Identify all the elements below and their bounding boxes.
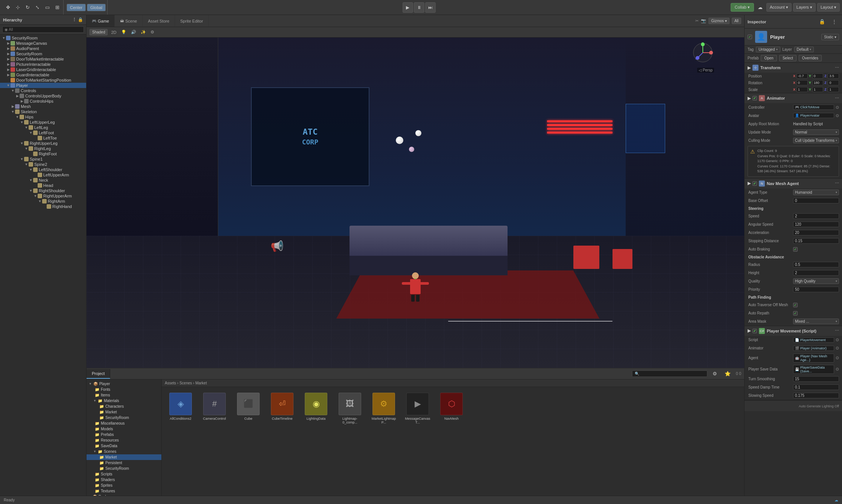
project-tree-item-scenes[interactable]: ▼📁Scenes bbox=[87, 449, 161, 454]
hierarchy-item-pictureinteractable[interactable]: ▶PictureInteractable bbox=[0, 62, 86, 67]
controller-target-icon[interactable]: ⊙ bbox=[836, 105, 839, 110]
prefab-open-btn[interactable]: Open bbox=[761, 55, 777, 61]
hierarchy-item-audioparent[interactable]: ▶AudioParent bbox=[0, 46, 86, 51]
play-btn[interactable]: ▶ bbox=[403, 2, 413, 13]
hierarchy-item-leftleg[interactable]: ▼LeftLeg bbox=[0, 125, 86, 130]
project-tree-item-persistent[interactable]: 📁Persistent bbox=[87, 460, 161, 466]
hierarchy-item-righthand[interactable]: RightHand bbox=[0, 204, 86, 209]
auto-braking-checkbox[interactable]: ✓ bbox=[793, 247, 798, 252]
hierarchy-item-lefttoe[interactable]: LeftToe bbox=[0, 135, 86, 141]
scale-x-input[interactable] bbox=[796, 87, 808, 92]
nav-agent-settings[interactable]: ⋯ bbox=[835, 181, 839, 186]
tab-project[interactable]: Project bbox=[87, 369, 110, 379]
project-tree-item-sprites[interactable]: 📁Sprites bbox=[87, 483, 161, 488]
hierarchy-item-skeleton[interactable]: ▼Skeleton bbox=[0, 109, 86, 114]
hierarchy-item-spine1[interactable]: ▼Spine1 bbox=[0, 156, 86, 162]
tag-dropdown[interactable]: Untagged▾ bbox=[756, 47, 780, 52]
project-search-input[interactable] bbox=[632, 370, 707, 377]
scene-gizmo[interactable]: X Y Z bbox=[692, 41, 714, 64]
static-dropdown[interactable]: Static ▾ bbox=[821, 34, 839, 40]
hierarchy-item-rightleg[interactable]: ▼RightLeg bbox=[0, 146, 86, 151]
hierarchy-item-securityroom[interactable]: ▼SecurityRoom bbox=[0, 35, 86, 41]
auto-traverse-checkbox[interactable]: ✓ bbox=[793, 303, 798, 307]
asset-item-lightingdata[interactable]: ◉LightingData bbox=[301, 391, 331, 492]
quality-dropdown[interactable]: High Quality▾ bbox=[793, 278, 839, 284]
layout-dropdown[interactable]: Layout ▾ bbox=[817, 3, 840, 12]
agent-ref[interactable]: 🤖 Player (Nav Mesh Age...) bbox=[793, 354, 834, 363]
hierarchy-item-doortomarketstartingposition[interactable]: DoorToMarketStartingPosition bbox=[0, 77, 86, 83]
scale-y-input[interactable] bbox=[812, 87, 824, 92]
project-tree-item-securityroom[interactable]: 📁SecurityRoom bbox=[87, 466, 161, 471]
layers-dropdown[interactable]: Layers ▾ bbox=[793, 3, 816, 12]
animator-ref[interactable]: 🎬 Player (Animator) bbox=[793, 346, 834, 351]
hierarchy-item-mesh[interactable]: ▶Mesh bbox=[0, 104, 86, 109]
project-tree-item-items[interactable]: 📁Items bbox=[87, 392, 161, 398]
2d-btn[interactable]: 2D bbox=[110, 30, 117, 35]
animator-section-header[interactable]: ▶ ✓ A Animator ⋯ bbox=[745, 93, 842, 103]
hierarchy-item-spine2[interactable]: ▼Spine2 bbox=[0, 162, 86, 167]
speed-damp-time-input[interactable] bbox=[793, 384, 839, 390]
base-offset-input[interactable] bbox=[793, 198, 839, 203]
nav-mesh-agent-header[interactable]: ▶ ✓ N Nav Mesh Agent ⋯ bbox=[745, 179, 842, 188]
animator-enable-checkbox[interactable]: ✓ bbox=[752, 96, 757, 100]
project-tree-item-prefabs[interactable]: 📁Prefabs bbox=[87, 432, 161, 437]
radius-input[interactable] bbox=[793, 262, 839, 267]
hierarchy-item-leftfoot[interactable]: ▼LeftFoot bbox=[0, 130, 86, 135]
script-ref[interactable]: 📄 PlayerMovement bbox=[793, 337, 834, 343]
fx-toggle[interactable]: ✨ bbox=[140, 29, 147, 35]
turn-smoothing-input[interactable] bbox=[793, 376, 839, 382]
project-tree-item-textures[interactable]: 📁Textures bbox=[87, 488, 161, 494]
scale-tool[interactable]: ⤡ bbox=[33, 3, 42, 12]
culling-mode-dropdown[interactable]: Cull Update Transforms▾ bbox=[793, 138, 839, 143]
acceleration-input[interactable] bbox=[793, 230, 839, 235]
tab-asset-store[interactable]: Asset Store bbox=[143, 15, 175, 27]
asset-item-cubetimeline[interactable]: ⏎CubeTimeline bbox=[267, 391, 297, 492]
player-movement-enable-checkbox[interactable]: ✓ bbox=[752, 329, 757, 333]
hierarchy-item-rightshoulder[interactable]: ▼RightShoulder bbox=[0, 188, 86, 193]
project-tree-item-packages[interactable]: ▶📦Packages bbox=[87, 494, 161, 496]
update-mode-dropdown[interactable]: Normal▾ bbox=[793, 129, 839, 135]
project-tree-item-resources[interactable]: 📁Resources bbox=[87, 437, 161, 443]
hierarchy-item-rightfoot[interactable]: RightFoot bbox=[0, 151, 86, 156]
shading-dropdown[interactable]: Shaded bbox=[90, 29, 108, 35]
asset-item-messagecanvast[interactable]: ▶MessageCanvasT... bbox=[403, 391, 433, 492]
hierarchy-item-leftupperleg[interactable]: ▼LeftUpperLeg bbox=[0, 120, 86, 125]
all-dropdown[interactable]: All bbox=[732, 18, 741, 24]
pos-y-input[interactable] bbox=[812, 73, 824, 79]
gizmos-dropdown[interactable]: Gizmos ▾ bbox=[708, 18, 730, 24]
project-tree-item-securityroom[interactable]: 📁SecurityRoom bbox=[87, 415, 161, 421]
slowing-speed-input[interactable] bbox=[793, 393, 839, 398]
hierarchy-lock-icon[interactable]: 🔒 bbox=[78, 17, 83, 22]
avatar-ref[interactable]: 👤 PlayerAvatar bbox=[793, 113, 834, 118]
hierarchy-item-rightupperarm[interactable]: ▼RightUpperArm bbox=[0, 193, 86, 199]
project-tree-item-scripts[interactable]: 📁Scripts bbox=[87, 471, 161, 477]
hierarchy-item-head[interactable]: Head bbox=[0, 183, 86, 188]
project-tree-item-miscellaneous[interactable]: 📁Miscellaneous bbox=[87, 421, 161, 426]
transform-tool[interactable]: ⊞ bbox=[53, 3, 62, 12]
priority-input[interactable] bbox=[793, 287, 839, 292]
hierarchy-item-neck[interactable]: ▼Neck bbox=[0, 178, 86, 183]
project-tree-item-savedata[interactable]: 📁SaveData bbox=[87, 443, 161, 449]
light-toggle[interactable]: 💡 bbox=[120, 29, 128, 35]
controller-ref[interactable]: 🎮 ClickToMove bbox=[793, 105, 834, 110]
collab-btn[interactable]: Collab ▾ bbox=[731, 3, 754, 12]
rot-y-input[interactable] bbox=[812, 80, 824, 85]
transform-section-header[interactable]: ▶ ⊹ Transform ⋯ bbox=[745, 63, 842, 73]
animator-ref-target-icon[interactable]: ⊙ bbox=[836, 346, 839, 351]
speed-input[interactable] bbox=[793, 213, 839, 219]
hierarchy-item-securityroom[interactable]: ▶SecurityRoom bbox=[0, 51, 86, 56]
asset-item-cameracontrol[interactable]: #CameraControl bbox=[199, 391, 229, 492]
save-data-target-icon[interactable]: ⊙ bbox=[836, 367, 839, 372]
hierarchy-item-leftupperarm[interactable]: LeftUpperArm bbox=[0, 172, 86, 178]
hierarchy-item-lasergridinteractable[interactable]: ▶LaserGridInteractable bbox=[0, 67, 86, 72]
hand-tool[interactable]: ✥ bbox=[4, 3, 12, 12]
rotate-tool[interactable]: ↻ bbox=[23, 3, 32, 12]
project-tree-item-models[interactable]: 📁Models bbox=[87, 426, 161, 432]
scale-z-input[interactable] bbox=[828, 87, 839, 92]
angular-speed-input[interactable] bbox=[793, 222, 839, 227]
hierarchy-item-rightupperleg[interactable]: ▼RightUpperLeg bbox=[0, 141, 86, 146]
stopping-distance-input[interactable] bbox=[793, 238, 839, 244]
script-target-icon[interactable]: ⊙ bbox=[836, 337, 839, 342]
project-filter-btn[interactable]: ⭐ bbox=[722, 369, 733, 378]
rect-tool[interactable]: ▭ bbox=[43, 3, 52, 12]
